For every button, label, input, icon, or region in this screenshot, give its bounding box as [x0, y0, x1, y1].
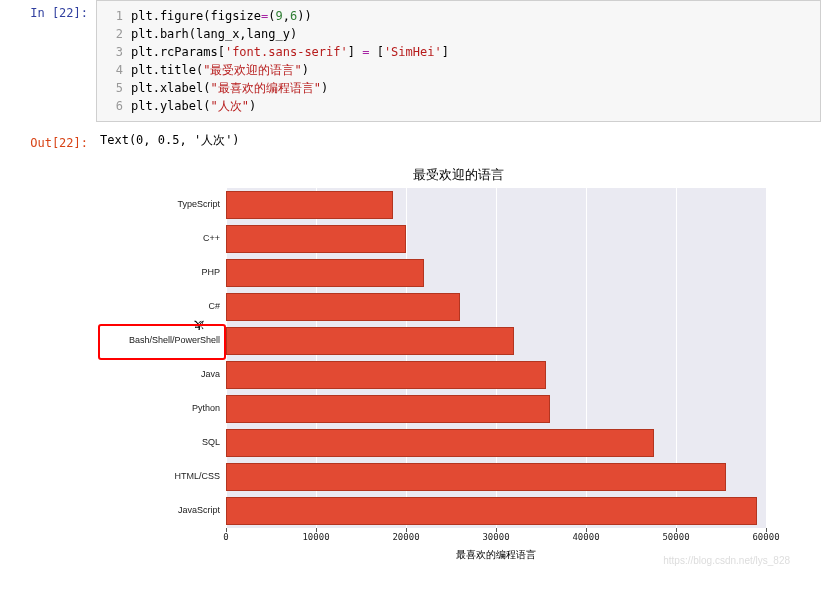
- bar: [226, 293, 460, 321]
- x-tick-label: 50000: [662, 532, 689, 542]
- tick-mark: [226, 528, 227, 532]
- y-tick-label: Java: [201, 369, 220, 379]
- y-tick-label: JavaScript: [178, 505, 220, 515]
- code-line: 3plt.rcParams['font.sans-serif'] = ['Sim…: [105, 43, 812, 61]
- chart-title: 最受欢迎的语言: [96, 166, 821, 184]
- code-line: 5plt.xlabel("最喜欢的编程语言"): [105, 79, 812, 97]
- y-tick-label: SQL: [202, 437, 220, 447]
- watermark: https://blog.csdn.net/lys_828: [663, 555, 790, 566]
- bar: [226, 395, 550, 423]
- y-tick-label: C#: [208, 301, 220, 311]
- bar: [226, 259, 424, 287]
- x-tick-label: 10000: [302, 532, 329, 542]
- output-cell: Out[22]: Text(0, 0.5, '人次'): [0, 130, 821, 158]
- tick-mark: [586, 528, 587, 532]
- chart-plot: 0100002000030000400005000060000 最喜欢的编程语言…: [96, 188, 796, 568]
- tick-mark: [766, 528, 767, 532]
- y-tick-label: Bash/Shell/PowerShell: [129, 335, 220, 345]
- code-line: 1plt.figure(figsize=(9,6)): [105, 7, 812, 25]
- bar: [226, 361, 546, 389]
- tick-mark: [406, 528, 407, 532]
- code-area[interactable]: 1plt.figure(figsize=(9,6)) 2plt.barh(lan…: [96, 0, 821, 122]
- y-tick-label: PHP: [201, 267, 220, 277]
- x-ticks: 0100002000030000400005000060000: [226, 532, 766, 546]
- output-text: Text(0, 0.5, '人次'): [96, 130, 821, 149]
- tick-mark: [676, 528, 677, 532]
- x-tick-label: 0: [223, 532, 228, 542]
- code-line: 4plt.title("最受欢迎的语言"): [105, 61, 812, 79]
- bar: [226, 429, 654, 457]
- y-tick-label: C++: [203, 233, 220, 243]
- chart-output: 最受欢迎的语言 0100002000030000400005000060000 …: [0, 158, 821, 576]
- gridline: [766, 188, 767, 528]
- tick-mark: [496, 528, 497, 532]
- bar: [226, 497, 757, 525]
- code-line: 6plt.ylabel("人次"): [105, 97, 812, 115]
- x-tick-label: 40000: [572, 532, 599, 542]
- y-tick-label: Python: [192, 403, 220, 413]
- tick-mark: [316, 528, 317, 532]
- out-prompt: Out[22]:: [0, 130, 96, 150]
- x-tick-label: 60000: [752, 532, 779, 542]
- in-prompt: In [22]:: [0, 0, 96, 20]
- bar: [226, 191, 393, 219]
- input-cell: In [22]: 1plt.figure(figsize=(9,6)) 2plt…: [0, 0, 821, 130]
- bar: [226, 225, 406, 253]
- bar: [226, 463, 726, 491]
- code-line: 2plt.barh(lang_x,lang_y): [105, 25, 812, 43]
- x-tick-label: 20000: [392, 532, 419, 542]
- bar: [226, 327, 514, 355]
- y-tick-label: HTML/CSS: [174, 471, 220, 481]
- bars-layer: [226, 188, 766, 528]
- y-tick-label: TypeScript: [177, 199, 220, 209]
- x-tick-label: 30000: [482, 532, 509, 542]
